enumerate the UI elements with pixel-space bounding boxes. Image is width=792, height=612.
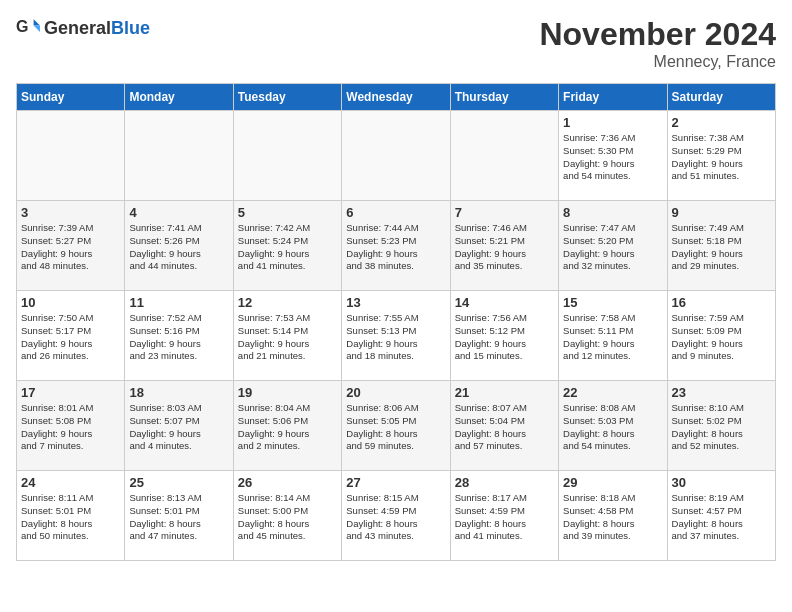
week-row-2: 3Sunrise: 7:39 AM Sunset: 5:27 PM Daylig… [17, 201, 776, 291]
day-cell: 26Sunrise: 8:14 AM Sunset: 5:00 PM Dayli… [233, 471, 341, 561]
day-info: Sunrise: 7:52 AM Sunset: 5:16 PM Dayligh… [129, 312, 228, 363]
day-cell [450, 111, 558, 201]
day-cell: 8Sunrise: 7:47 AM Sunset: 5:20 PM Daylig… [559, 201, 667, 291]
day-info: Sunrise: 8:03 AM Sunset: 5:07 PM Dayligh… [129, 402, 228, 453]
day-cell [342, 111, 450, 201]
day-info: Sunrise: 7:38 AM Sunset: 5:29 PM Dayligh… [672, 132, 771, 183]
day-cell: 5Sunrise: 7:42 AM Sunset: 5:24 PM Daylig… [233, 201, 341, 291]
day-info: Sunrise: 7:42 AM Sunset: 5:24 PM Dayligh… [238, 222, 337, 273]
day-cell: 6Sunrise: 7:44 AM Sunset: 5:23 PM Daylig… [342, 201, 450, 291]
day-info: Sunrise: 7:55 AM Sunset: 5:13 PM Dayligh… [346, 312, 445, 363]
day-number: 24 [21, 475, 120, 490]
day-number: 25 [129, 475, 228, 490]
day-cell: 2Sunrise: 7:38 AM Sunset: 5:29 PM Daylig… [667, 111, 775, 201]
day-number: 3 [21, 205, 120, 220]
day-number: 12 [238, 295, 337, 310]
day-number: 4 [129, 205, 228, 220]
day-info: Sunrise: 7:58 AM Sunset: 5:11 PM Dayligh… [563, 312, 662, 363]
week-row-1: 1Sunrise: 7:36 AM Sunset: 5:30 PM Daylig… [17, 111, 776, 201]
day-info: Sunrise: 8:04 AM Sunset: 5:06 PM Dayligh… [238, 402, 337, 453]
day-number: 20 [346, 385, 445, 400]
page-header: G GeneralBlue November 2024 Mennecy, Fra… [16, 16, 776, 71]
day-number: 23 [672, 385, 771, 400]
month-title: November 2024 [539, 16, 776, 53]
day-cell: 28Sunrise: 8:17 AM Sunset: 4:59 PM Dayli… [450, 471, 558, 561]
day-number: 11 [129, 295, 228, 310]
day-cell: 19Sunrise: 8:04 AM Sunset: 5:06 PM Dayli… [233, 381, 341, 471]
day-cell: 3Sunrise: 7:39 AM Sunset: 5:27 PM Daylig… [17, 201, 125, 291]
day-info: Sunrise: 7:46 AM Sunset: 5:21 PM Dayligh… [455, 222, 554, 273]
day-cell: 23Sunrise: 8:10 AM Sunset: 5:02 PM Dayli… [667, 381, 775, 471]
header-row: SundayMondayTuesdayWednesdayThursdayFrid… [17, 84, 776, 111]
day-info: Sunrise: 7:47 AM Sunset: 5:20 PM Dayligh… [563, 222, 662, 273]
day-info: Sunrise: 8:07 AM Sunset: 5:04 PM Dayligh… [455, 402, 554, 453]
day-cell: 16Sunrise: 7:59 AM Sunset: 5:09 PM Dayli… [667, 291, 775, 381]
day-info: Sunrise: 8:18 AM Sunset: 4:58 PM Dayligh… [563, 492, 662, 543]
day-number: 17 [21, 385, 120, 400]
logo-blue: Blue [111, 18, 150, 38]
col-header-saturday: Saturday [667, 84, 775, 111]
day-info: Sunrise: 7:49 AM Sunset: 5:18 PM Dayligh… [672, 222, 771, 273]
day-info: Sunrise: 7:50 AM Sunset: 5:17 PM Dayligh… [21, 312, 120, 363]
day-info: Sunrise: 8:15 AM Sunset: 4:59 PM Dayligh… [346, 492, 445, 543]
day-info: Sunrise: 8:19 AM Sunset: 4:57 PM Dayligh… [672, 492, 771, 543]
day-info: Sunrise: 8:11 AM Sunset: 5:01 PM Dayligh… [21, 492, 120, 543]
day-number: 2 [672, 115, 771, 130]
col-header-sunday: Sunday [17, 84, 125, 111]
day-number: 16 [672, 295, 771, 310]
day-info: Sunrise: 8:10 AM Sunset: 5:02 PM Dayligh… [672, 402, 771, 453]
day-number: 30 [672, 475, 771, 490]
logo-icon: G [16, 16, 40, 40]
day-info: Sunrise: 8:01 AM Sunset: 5:08 PM Dayligh… [21, 402, 120, 453]
day-cell: 12Sunrise: 7:53 AM Sunset: 5:14 PM Dayli… [233, 291, 341, 381]
day-number: 29 [563, 475, 662, 490]
location-title: Mennecy, France [539, 53, 776, 71]
week-row-5: 24Sunrise: 8:11 AM Sunset: 5:01 PM Dayli… [17, 471, 776, 561]
day-info: Sunrise: 7:53 AM Sunset: 5:14 PM Dayligh… [238, 312, 337, 363]
day-info: Sunrise: 8:13 AM Sunset: 5:01 PM Dayligh… [129, 492, 228, 543]
day-number: 9 [672, 205, 771, 220]
day-number: 8 [563, 205, 662, 220]
day-cell: 24Sunrise: 8:11 AM Sunset: 5:01 PM Dayli… [17, 471, 125, 561]
col-header-thursday: Thursday [450, 84, 558, 111]
day-cell [125, 111, 233, 201]
day-number: 21 [455, 385, 554, 400]
day-info: Sunrise: 7:44 AM Sunset: 5:23 PM Dayligh… [346, 222, 445, 273]
day-number: 6 [346, 205, 445, 220]
day-cell: 7Sunrise: 7:46 AM Sunset: 5:21 PM Daylig… [450, 201, 558, 291]
day-info: Sunrise: 7:56 AM Sunset: 5:12 PM Dayligh… [455, 312, 554, 363]
day-cell: 25Sunrise: 8:13 AM Sunset: 5:01 PM Dayli… [125, 471, 233, 561]
day-info: Sunrise: 8:14 AM Sunset: 5:00 PM Dayligh… [238, 492, 337, 543]
day-cell: 4Sunrise: 7:41 AM Sunset: 5:26 PM Daylig… [125, 201, 233, 291]
day-number: 14 [455, 295, 554, 310]
day-cell: 21Sunrise: 8:07 AM Sunset: 5:04 PM Dayli… [450, 381, 558, 471]
day-cell: 14Sunrise: 7:56 AM Sunset: 5:12 PM Dayli… [450, 291, 558, 381]
day-number: 19 [238, 385, 337, 400]
day-info: Sunrise: 8:17 AM Sunset: 4:59 PM Dayligh… [455, 492, 554, 543]
col-header-tuesday: Tuesday [233, 84, 341, 111]
day-info: Sunrise: 7:59 AM Sunset: 5:09 PM Dayligh… [672, 312, 771, 363]
week-row-4: 17Sunrise: 8:01 AM Sunset: 5:08 PM Dayli… [17, 381, 776, 471]
logo-general: General [44, 18, 111, 38]
svg-marker-1 [34, 19, 40, 25]
day-cell: 20Sunrise: 8:06 AM Sunset: 5:05 PM Dayli… [342, 381, 450, 471]
day-info: Sunrise: 7:39 AM Sunset: 5:27 PM Dayligh… [21, 222, 120, 273]
day-number: 22 [563, 385, 662, 400]
svg-marker-2 [34, 26, 40, 32]
day-cell: 9Sunrise: 7:49 AM Sunset: 5:18 PM Daylig… [667, 201, 775, 291]
day-cell: 10Sunrise: 7:50 AM Sunset: 5:17 PM Dayli… [17, 291, 125, 381]
title-block: November 2024 Mennecy, France [539, 16, 776, 71]
day-cell: 22Sunrise: 8:08 AM Sunset: 5:03 PM Dayli… [559, 381, 667, 471]
svg-text:G: G [16, 18, 28, 35]
day-cell: 1Sunrise: 7:36 AM Sunset: 5:30 PM Daylig… [559, 111, 667, 201]
day-number: 10 [21, 295, 120, 310]
col-header-wednesday: Wednesday [342, 84, 450, 111]
col-header-friday: Friday [559, 84, 667, 111]
day-number: 27 [346, 475, 445, 490]
day-number: 1 [563, 115, 662, 130]
day-cell: 18Sunrise: 8:03 AM Sunset: 5:07 PM Dayli… [125, 381, 233, 471]
day-cell: 13Sunrise: 7:55 AM Sunset: 5:13 PM Dayli… [342, 291, 450, 381]
col-header-monday: Monday [125, 84, 233, 111]
day-cell [233, 111, 341, 201]
day-cell: 30Sunrise: 8:19 AM Sunset: 4:57 PM Dayli… [667, 471, 775, 561]
